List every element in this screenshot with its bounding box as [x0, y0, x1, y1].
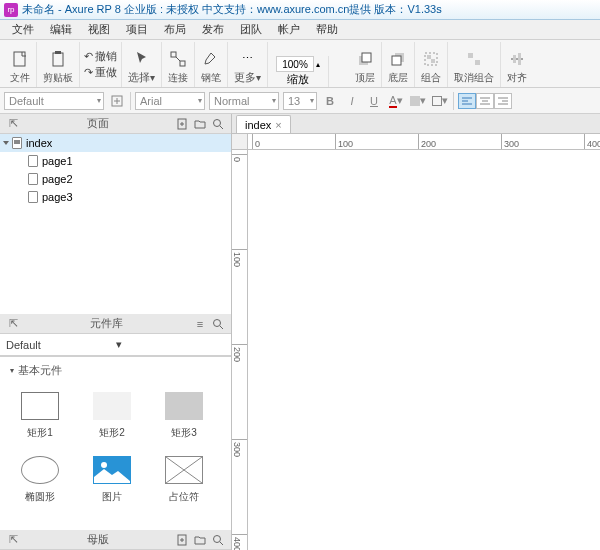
search-pages-icon[interactable]	[210, 116, 226, 132]
search-widgets-icon[interactable]	[210, 316, 226, 332]
pen-icon	[201, 49, 221, 69]
select-icon	[132, 48, 152, 68]
group-icon	[421, 49, 441, 69]
search-masters-icon[interactable]	[210, 532, 226, 548]
page-icon	[28, 173, 38, 185]
toolbar: 文件 剪贴板 ↶ 撤销 ↷ 重做 选择▾ 连接 钢笔 ⋯ 更多▾ ▴ 缩放 顶层…	[0, 40, 600, 88]
menu-编辑[interactable]: 编辑	[42, 20, 80, 39]
size-combo[interactable]: 13	[283, 92, 317, 110]
ruler-horizontal: 0100200300400	[248, 134, 600, 150]
menu-项目[interactable]: 项目	[118, 20, 156, 39]
document-tab[interactable]: index ×	[236, 115, 291, 133]
add-page-icon[interactable]	[174, 116, 190, 132]
svg-point-22	[214, 319, 221, 326]
clipboard-icon	[48, 49, 68, 69]
close-tab-icon[interactable]: ×	[275, 119, 281, 131]
collapse-icon[interactable]: ⇱	[5, 116, 21, 132]
widget-椭圆形[interactable]: 椭圆形	[4, 448, 76, 512]
menu-布局[interactable]: 布局	[156, 20, 194, 39]
masters-panel-header: ⇱ 母版	[0, 530, 231, 550]
widget-矩形3[interactable]: 矩形3	[148, 384, 220, 448]
ruler-tick: 100	[335, 134, 353, 150]
main: ⇱ 页面 indexpage1page2page3 ⇱ 元件库 ≡ Defaul…	[0, 114, 600, 550]
svg-rect-0	[14, 52, 25, 66]
menu-帐户[interactable]: 帐户	[270, 20, 308, 39]
align-right-button[interactable]	[494, 93, 512, 109]
tool-pen[interactable]: 钢笔	[195, 42, 228, 87]
page-row[interactable]: page3	[0, 188, 231, 206]
menu-视图[interactable]: 视图	[80, 20, 118, 39]
lib-section-basic[interactable]: ▾ 基本元件	[0, 357, 231, 380]
align-left-button[interactable]	[458, 93, 476, 109]
svg-line-21	[220, 126, 223, 129]
library-combo[interactable]: Default ▾	[0, 334, 231, 356]
ruler-tick: 300	[232, 439, 248, 457]
svg-line-30	[220, 542, 223, 545]
style-manager-button[interactable]	[108, 92, 126, 110]
align-center-button[interactable]	[476, 93, 494, 109]
underline-button[interactable]: U	[365, 92, 383, 110]
chevron-down-icon: ▾	[116, 338, 226, 351]
fill-color-button[interactable]: ▾	[409, 92, 427, 110]
widget-list: ▾ 基本元件 矩形1矩形2矩形3椭圆形图片占位符	[0, 356, 231, 530]
tool-group-btn[interactable]: 组合	[415, 42, 448, 87]
tool-ungroup[interactable]: 取消组合	[448, 42, 501, 87]
menu-帮助[interactable]: 帮助	[308, 20, 346, 39]
ruler-tick: 200	[232, 344, 248, 362]
add-master-icon[interactable]	[174, 532, 190, 548]
svg-rect-2	[55, 51, 61, 54]
add-folder-icon[interactable]	[192, 532, 208, 548]
undo-button[interactable]: ↶ 撤销	[84, 49, 117, 64]
widget-占位符[interactable]: 占位符	[148, 448, 220, 512]
document-tabs: index ×	[232, 114, 600, 134]
svg-point-20	[214, 119, 221, 126]
lib-menu-icon[interactable]: ≡	[192, 316, 208, 332]
collapse-icon[interactable]: ⇱	[5, 532, 21, 548]
page-row[interactable]: page1	[0, 152, 231, 170]
svg-rect-17	[518, 53, 521, 65]
svg-rect-16	[513, 55, 516, 63]
page-row[interactable]: page2	[0, 170, 231, 188]
menubar: 文件编辑视图项目布局发布团队帐户帮助	[0, 20, 600, 40]
connect-icon	[168, 49, 188, 69]
tool-front[interactable]: 顶层	[349, 42, 382, 87]
pages-panel-header: ⇱ 页面	[0, 114, 231, 134]
border-color-button[interactable]: ▾	[431, 92, 449, 110]
bold-button[interactable]: B	[321, 92, 339, 110]
ruler-tick: 200	[418, 134, 436, 150]
tool-connect[interactable]: 连接	[162, 42, 195, 87]
expand-icon	[3, 141, 9, 145]
zoom-up-icon[interactable]: ▴	[316, 60, 320, 69]
add-folder-icon[interactable]	[192, 116, 208, 132]
italic-button[interactable]: I	[343, 92, 361, 110]
weight-combo[interactable]: Normal	[209, 92, 279, 110]
redo-button[interactable]: ↷ 重做	[84, 65, 117, 80]
menu-文件[interactable]: 文件	[4, 20, 42, 39]
ruler-tick: 0	[232, 154, 248, 162]
canvas[interactable]	[248, 150, 600, 550]
tool-select[interactable]: 选择▾	[122, 42, 162, 87]
widget-矩形2[interactable]: 矩形2	[76, 384, 148, 448]
svg-rect-13	[468, 53, 473, 58]
page-row-root[interactable]: index	[0, 134, 231, 152]
widget-图片[interactable]: 图片	[76, 448, 148, 512]
tool-more[interactable]: ⋯ 更多▾	[228, 42, 268, 87]
align-icon	[507, 49, 527, 69]
file-icon	[10, 49, 30, 69]
font-combo[interactable]: Arial	[135, 92, 205, 110]
style-combo[interactable]: Default	[4, 92, 104, 110]
tool-clipboard[interactable]: 剪贴板	[37, 42, 80, 87]
text-color-button[interactable]: A▾	[387, 92, 405, 110]
menu-团队[interactable]: 团队	[232, 20, 270, 39]
widget-矩形1[interactable]: 矩形1	[4, 384, 76, 448]
tool-back[interactable]: 底层	[382, 42, 415, 87]
svg-rect-9	[392, 56, 401, 65]
zoom-input[interactable]	[276, 56, 314, 72]
collapse-icon[interactable]: ⇱	[5, 316, 21, 332]
tool-file[interactable]: 文件	[4, 42, 37, 87]
front-icon	[355, 49, 375, 69]
tool-align[interactable]: 对齐	[501, 42, 533, 87]
svg-line-23	[220, 326, 223, 329]
more-icon: ⋯	[238, 48, 258, 68]
menu-发布[interactable]: 发布	[194, 20, 232, 39]
